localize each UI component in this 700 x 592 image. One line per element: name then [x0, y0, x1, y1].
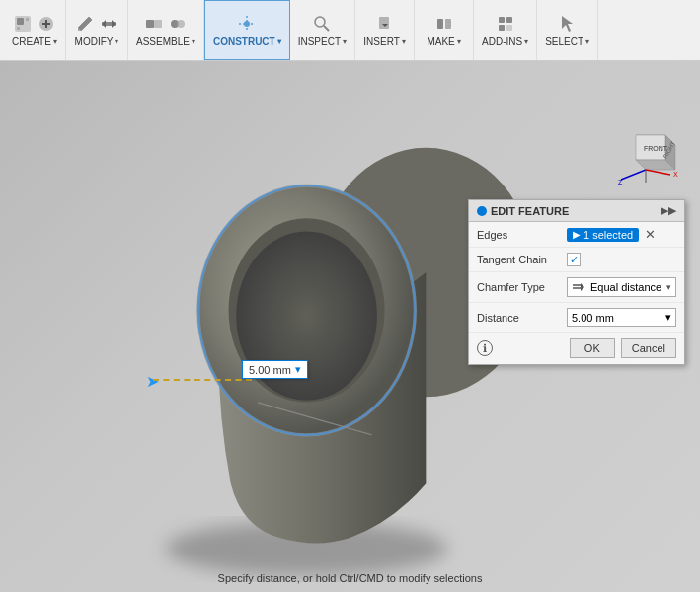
modify-label: MODIFY▾ [75, 37, 119, 47]
viewport[interactable]: ➤ 5.00 mm ▾ FRONT RIGHT Z X [0, 61, 700, 592]
chamfertype-dropdown[interactable]: Equal distance ▾ [567, 277, 676, 297]
inspect-label: INSPECT▾ [298, 37, 347, 47]
svg-rect-23 [445, 19, 451, 29]
distance-value-text: 5.00 mm [572, 312, 614, 324]
panel-row-tangentchain: Tangent Chain ✓ [469, 248, 684, 272]
panel-header-left: EDIT FEATURE [477, 205, 569, 217]
edges-label: Edges [477, 229, 561, 241]
create-label: CREATE▾ [12, 37, 57, 47]
svg-marker-9 [112, 20, 116, 28]
toolbar-create[interactable]: CREATE▾ [4, 0, 66, 60]
edges-value: ▶ 1 selected ✕ [567, 227, 676, 242]
insert-icon [374, 13, 396, 35]
tangentchain-value: ✓ [567, 253, 676, 266]
tangentchain-checkbox[interactable]: ✓ [567, 253, 581, 266]
panel-expand-icon[interactable]: ▶▶ [661, 204, 676, 217]
info-icon[interactable]: ℹ [477, 340, 493, 356]
svg-rect-27 [506, 25, 512, 31]
toolbar-assemble[interactable]: ASSEMBLE▾ [128, 0, 204, 60]
toolbar: CREATE▾ MODIFY▾ [0, 0, 700, 61]
make-icon [433, 13, 455, 35]
panel-header: EDIT FEATURE ▶▶ [469, 200, 684, 222]
assemble-icon [143, 13, 165, 35]
svg-text:X: X [673, 171, 678, 178]
svg-rect-11 [154, 20, 162, 28]
svg-rect-26 [499, 25, 505, 31]
addins-label: ADD-INS▾ [482, 37, 528, 47]
dimension-dropdown-arrow[interactable]: ▾ [295, 363, 301, 376]
cursor-icon: ▶ [573, 229, 581, 240]
checkbox-checked[interactable]: ✓ [567, 253, 581, 266]
panel-row-distance: Distance 5.00 mm ▾ [469, 303, 684, 333]
arrow-indicator: ➤ [146, 372, 159, 391]
svg-rect-25 [506, 17, 512, 23]
panel-row-edges: Edges ▶ 1 selected ✕ [469, 222, 684, 248]
inspect-icon [311, 13, 333, 35]
status-text: Specify distance, or hold Ctrl/CMD to mo… [218, 572, 483, 584]
svg-line-19 [324, 26, 329, 31]
dimension-label[interactable]: 5.00 mm ▾ [242, 360, 308, 379]
modify-icon [74, 13, 96, 35]
svg-marker-8 [102, 20, 106, 28]
svg-marker-28 [562, 16, 573, 32]
svg-line-46 [646, 170, 670, 175]
svg-rect-10 [146, 20, 154, 28]
toolbar-make[interactable]: MAKE▾ [415, 0, 474, 60]
svg-rect-24 [499, 17, 505, 23]
panel-title-icon [477, 206, 487, 216]
equal-dist-icon [572, 280, 585, 294]
orientation-cube[interactable]: FRONT RIGHT Z X [616, 125, 685, 189]
edit-feature-panel: EDIT FEATURE ▶▶ Edges ▶ 1 selected ✕ Tan… [468, 199, 685, 365]
selected-badge[interactable]: ▶ 1 selected [567, 228, 639, 242]
chamfertype-arrow: ▾ [666, 282, 671, 292]
panel-row-chamfertype: Chamfer Type Equal distance ▾ [469, 272, 684, 303]
toolbar-select[interactable]: SELECT▾ [537, 0, 598, 60]
selected-count: 1 selected [583, 229, 633, 241]
svg-rect-3 [17, 27, 20, 30]
select-icon [557, 13, 579, 35]
assemble-label: ASSEMBLE▾ [136, 37, 195, 47]
svg-rect-2 [26, 18, 29, 21]
distance-dropdown[interactable]: 5.00 mm ▾ [567, 308, 676, 327]
edges-clear-button[interactable]: ✕ [645, 227, 656, 242]
modify-icon2 [98, 13, 119, 35]
distance-arrow: ▾ [665, 311, 671, 324]
svg-marker-50 [581, 283, 584, 291]
toolbar-addins[interactable]: ADD-INS▾ [474, 0, 537, 60]
toolbar-modify[interactable]: MODIFY▾ [66, 0, 128, 60]
panel-title: EDIT FEATURE [491, 205, 569, 217]
create-icon2 [36, 13, 57, 35]
assemble-icon2 [167, 13, 189, 35]
panel-footer: ℹ OK Cancel [469, 333, 684, 364]
construct-icon [236, 13, 258, 35]
dimension-dotted-line [153, 379, 252, 381]
svg-text:Z: Z [618, 179, 623, 185]
svg-rect-6 [45, 20, 47, 28]
toolbar-insert[interactable]: INSERT▾ [355, 0, 415, 60]
svg-rect-20 [379, 17, 389, 29]
toolbar-construct[interactable]: CONSTRUCT▾ [204, 0, 290, 60]
ok-button[interactable]: OK [570, 338, 615, 358]
select-label: SELECT▾ [545, 37, 589, 47]
svg-rect-1 [17, 18, 24, 25]
distance-value: 5.00 mm ▾ [567, 308, 676, 327]
insert-label: INSERT▾ [363, 37, 406, 47]
svg-point-14 [177, 20, 185, 28]
addins-icon [495, 13, 516, 35]
cancel-button[interactable]: Cancel [621, 338, 676, 358]
svg-rect-22 [437, 19, 443, 29]
dimension-value: 5.00 mm [249, 364, 291, 376]
tangentchain-label: Tangent Chain [477, 254, 561, 265]
svg-point-18 [315, 17, 325, 27]
chamfertype-value-text: Equal distance [590, 281, 661, 293]
chamfertype-label: Chamfer Type [477, 281, 561, 293]
svg-point-17 [244, 21, 250, 27]
chamfertype-value: Equal distance ▾ [567, 277, 676, 297]
distance-label: Distance [477, 312, 561, 324]
construct-label: CONSTRUCT▾ [213, 37, 281, 47]
svg-line-43 [621, 170, 646, 180]
toolbar-inspect[interactable]: INSPECT▾ [290, 0, 355, 60]
status-bar: Specify distance, or hold Ctrl/CMD to mo… [0, 572, 700, 584]
make-label: MAKE▾ [427, 37, 460, 47]
create-icon [12, 13, 34, 35]
